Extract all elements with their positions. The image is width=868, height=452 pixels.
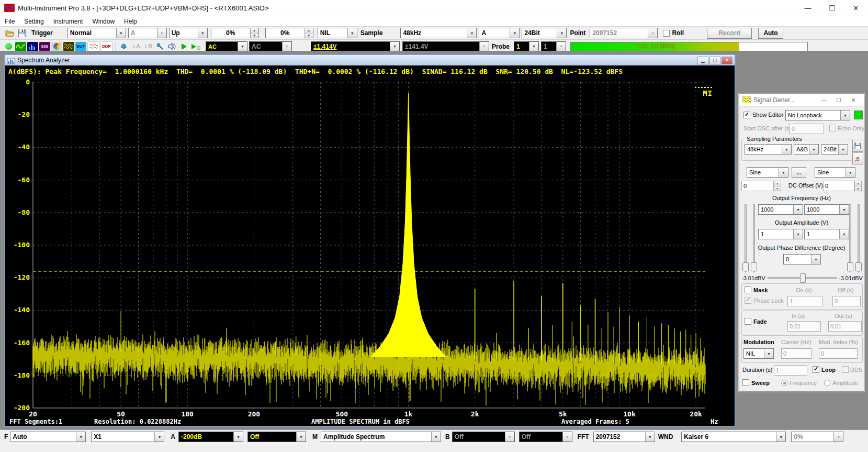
save-signal-button[interactable] bbox=[852, 140, 863, 152]
window-function-select[interactable]: Kaiser 6 bbox=[681, 432, 786, 442]
window-maximize-button[interactable]: ☐ bbox=[831, 97, 846, 104]
gen-bits-select[interactable]: 24Bit bbox=[821, 144, 848, 155]
ref-b-select[interactable]: Off bbox=[519, 432, 572, 442]
spectrum-plot[interactable]: 0-20-40-60-80-100-120-140-160-180-200205… bbox=[5, 77, 735, 418]
amp-b-select[interactable]: 1 bbox=[804, 229, 849, 239]
window-close-button[interactable]: ✕ bbox=[722, 57, 732, 64]
sweep-amplitude-radio[interactable] bbox=[824, 380, 830, 386]
menu-help[interactable]: Help bbox=[119, 18, 142, 25]
trigger-level-stepper[interactable]: 0% ▲▼ bbox=[211, 28, 259, 38]
overlap-select[interactable]: 0% bbox=[791, 432, 843, 442]
level-slider-a1[interactable] bbox=[742, 204, 748, 272]
window-minimize-button[interactable]: ▁ bbox=[697, 57, 708, 64]
play-record-icon[interactable] bbox=[190, 42, 201, 51]
roll-checkbox[interactable]: Roll bbox=[663, 29, 684, 37]
start-osc-input[interactable]: 0 bbox=[790, 124, 824, 134]
trigger-delay-stepper[interactable]: 0% ▲▼ bbox=[265, 28, 313, 38]
wave-b-select[interactable]: Sine bbox=[815, 167, 855, 178]
app-minimize-button[interactable]: — bbox=[796, 0, 820, 16]
coupling-b-select[interactable]: AC bbox=[249, 41, 292, 52]
generator-run-button[interactable] bbox=[854, 111, 863, 119]
sample-channel-select[interactable]: A bbox=[479, 28, 520, 38]
dc-offset-a-stepper[interactable]: ▲▼ bbox=[774, 181, 781, 191]
freq-axis-select[interactable]: Auto bbox=[10, 432, 86, 442]
phase-lock-checkbox[interactable] bbox=[745, 297, 751, 304]
level-slider-b2[interactable] bbox=[855, 204, 861, 272]
ref-a-select[interactable]: Off bbox=[247, 432, 306, 442]
play-icon[interactable] bbox=[178, 42, 189, 51]
range-b-display-select[interactable]: Off bbox=[452, 432, 515, 442]
dds-checkbox[interactable] bbox=[842, 366, 849, 373]
record-button[interactable]: Record bbox=[707, 28, 752, 39]
menu-setting[interactable]: Setting bbox=[19, 18, 48, 25]
trigger-mode-select[interactable]: Normal bbox=[67, 28, 126, 38]
coupling-a-select[interactable]: AC bbox=[206, 41, 247, 52]
spectrum-mode-select[interactable]: Amplitude Spectrum bbox=[321, 432, 441, 442]
freq-a-select[interactable]: 1000 bbox=[758, 204, 803, 215]
fft-size-select[interactable]: 2097152 bbox=[593, 432, 655, 442]
fade-out-input[interactable]: 0.01 bbox=[828, 321, 862, 332]
amp-a-select[interactable]: 1 bbox=[758, 229, 803, 239]
mod-index-input[interactable]: 0 bbox=[819, 348, 858, 359]
phase-select[interactable]: 0 bbox=[783, 254, 821, 264]
range-a-select[interactable]: ±1.414V bbox=[311, 41, 400, 52]
duration-input[interactable]: 1 bbox=[774, 365, 807, 376]
multimeter-icon[interactable]: 888 bbox=[39, 42, 50, 51]
mask-checkbox[interactable] bbox=[745, 286, 751, 293]
points-select[interactable]: 2097152 bbox=[590, 28, 658, 38]
dc-offset-b-stepper[interactable]: ▲▼ bbox=[854, 181, 862, 191]
modulation-select[interactable]: NIL bbox=[743, 348, 774, 359]
menu-instrument[interactable]: Instrument bbox=[49, 18, 88, 25]
mask-on-input[interactable]: 1 bbox=[787, 296, 823, 306]
microphone-calibration-icon[interactable] bbox=[154, 42, 165, 51]
range-a-display-select[interactable]: -200dB bbox=[178, 432, 243, 442]
mask-off-input[interactable]: 0 bbox=[832, 296, 861, 306]
music-note-button[interactable]: ♬ bbox=[852, 152, 863, 164]
loopback-select[interactable]: No Loopback bbox=[785, 110, 850, 120]
level-slider-a2[interactable] bbox=[751, 204, 756, 272]
oscilloscope-icon[interactable] bbox=[15, 42, 26, 51]
zoom-select[interactable]: X1 bbox=[91, 432, 164, 442]
balance-slider[interactable] bbox=[768, 273, 837, 282]
carrier-input[interactable]: 0 bbox=[781, 348, 811, 359]
menu-file[interactable]: File bbox=[0, 18, 19, 25]
probe-a-select[interactable]: 1 bbox=[514, 41, 539, 52]
device-test-plan-icon[interactable]: DUT bbox=[75, 42, 86, 51]
fade-in-input[interactable]: 0.01 bbox=[787, 321, 821, 332]
menu-window[interactable]: Window bbox=[87, 18, 119, 25]
dc-offset-b-input[interactable]: 0 bbox=[823, 181, 854, 191]
gen-channels-select[interactable]: A&B bbox=[794, 144, 819, 155]
window-close-button[interactable]: ✕ bbox=[846, 97, 861, 104]
sample-rate-select[interactable]: 48kHz bbox=[400, 28, 477, 38]
speaker-icon[interactable] bbox=[166, 42, 177, 51]
sweep-checkbox[interactable] bbox=[742, 379, 749, 386]
level-slider-b1[interactable] bbox=[847, 204, 852, 272]
dc-offset-a-input[interactable]: 0 bbox=[741, 181, 774, 191]
trigger-source-select[interactable]: A bbox=[128, 28, 167, 38]
spectrum-analyzer-icon[interactable] bbox=[27, 42, 38, 51]
fade-checkbox[interactable] bbox=[745, 318, 751, 325]
loop-checkbox[interactable] bbox=[813, 366, 819, 373]
gen-sample-rate-select[interactable]: 48kHz bbox=[745, 144, 792, 155]
window-maximize-button[interactable]: ▢ bbox=[709, 57, 720, 64]
range-b-select[interactable]: ±141.4V bbox=[402, 41, 489, 52]
sweep-frequency-radio[interactable] bbox=[781, 380, 787, 386]
show-editor-checkbox[interactable] bbox=[743, 112, 750, 118]
trigger-hpf-select[interactable]: NIL bbox=[318, 28, 357, 38]
bit-depth-select[interactable]: 24Bit bbox=[522, 28, 567, 38]
spectrum-plot-area[interactable]: 0-20-40-60-80-100-120-140-160-180-200205… bbox=[5, 77, 735, 418]
signal-generator-titlebar[interactable]: Signal Gener... — ☐ ✕ bbox=[739, 94, 864, 107]
spectrum-analyzer-titlebar[interactable]: Spectrum Analyzer ▁ ▢ ✕ bbox=[5, 55, 735, 65]
save-icon[interactable] bbox=[16, 28, 27, 38]
probe-b-select[interactable]: 1 bbox=[541, 41, 566, 52]
derived-data-point-icon[interactable]: DDP bbox=[100, 41, 112, 52]
app-maximize-button[interactable]: ☐ bbox=[820, 0, 844, 16]
spectrum-3d-plot-icon[interactable] bbox=[51, 42, 62, 51]
derived-data-curve-icon[interactable] bbox=[87, 41, 99, 52]
marker-a-icon[interactable]: ⊥A bbox=[130, 42, 141, 51]
signal-generator-icon[interactable] bbox=[63, 42, 74, 51]
run-stop-button[interactable] bbox=[3, 42, 14, 51]
echo-only-checkbox[interactable] bbox=[829, 125, 836, 131]
marker-b-icon[interactable]: ⊥B bbox=[142, 42, 153, 51]
wave-a-select[interactable]: Sine bbox=[747, 167, 788, 178]
